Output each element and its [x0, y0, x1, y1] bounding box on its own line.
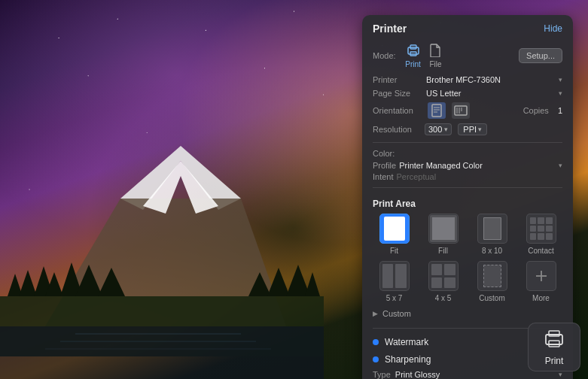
- area-custom[interactable]: Custom: [471, 261, 513, 302]
- custom-thumb: [477, 261, 507, 291]
- resolution-select[interactable]: 300 ▾: [425, 123, 452, 135]
- watermark-label: Watermark: [385, 337, 548, 347]
- print-icon: [405, 42, 422, 59]
- svg-marker-6: [34, 266, 53, 296]
- contact-thumb-inner: [530, 217, 553, 240]
- area-more[interactable]: More: [519, 261, 562, 302]
- page-size-chevron-icon[interactable]: ▾: [559, 89, 562, 97]
- 4x5-thumb: [428, 261, 459, 291]
- custom-expand-row[interactable]: ▶ Custom: [362, 307, 573, 320]
- print-area-grid: Fit Fill 8 x 10: [362, 214, 573, 307]
- page-size-value: US Letter: [426, 89, 554, 98]
- svg-marker-0: [120, 146, 241, 210]
- contact-label: Contact: [528, 247, 553, 255]
- svg-marker-8: [60, 262, 83, 296]
- mode-row: Mode: Print File Setup...: [362, 39, 573, 73]
- profile-label: Profile: [373, 161, 396, 170]
- area-4x5[interactable]: 4 x 5: [422, 261, 465, 302]
- profile-row: Profile Printer Managed Color ▾: [373, 161, 562, 170]
- landscape-button[interactable]: [452, 102, 470, 119]
- resolution-row: Resolution 300 ▾ PPI ▾: [362, 121, 573, 138]
- intent-label: Intent: [373, 172, 394, 181]
- mode-file-label: File: [430, 60, 442, 68]
- hide-button[interactable]: Hide: [544, 23, 562, 34]
- copies-label: Copies: [523, 106, 549, 115]
- ppi-label: PPI: [463, 125, 477, 134]
- custom-label: Custom: [479, 294, 504, 302]
- 4x5-label: 4 x 5: [435, 294, 452, 302]
- svg-marker-14: [305, 272, 320, 296]
- mode-label: Mode:: [373, 51, 396, 60]
- panel-title: Printer: [373, 23, 407, 35]
- print-button[interactable]: Print: [528, 323, 580, 371]
- area-fill[interactable]: Fill: [422, 214, 465, 255]
- svg-marker-9: [75, 265, 102, 296]
- svg-marker-5: [19, 270, 37, 296]
- area-5x7[interactable]: 5 x 7: [373, 261, 416, 302]
- type-chevron-icon[interactable]: ▾: [559, 371, 562, 378]
- contact-thumb: [526, 214, 556, 244]
- 8x10-label: 8 x 10: [482, 247, 502, 255]
- print-button-icon: [544, 329, 565, 353]
- svg-marker-2: [143, 161, 218, 214]
- ppi-select[interactable]: PPI ▾: [458, 123, 487, 135]
- print-button-container: Print: [528, 323, 580, 371]
- portrait-button[interactable]: [428, 102, 446, 119]
- fill-thumb-inner: [430, 215, 457, 242]
- area-contact[interactable]: Contact: [519, 214, 562, 255]
- svg-marker-12: [267, 268, 290, 296]
- page-size-row: Page Size US Letter ▾: [362, 86, 573, 100]
- orientation-row: Orientation Copies 1: [362, 100, 573, 121]
- color-section: Color: Profile Printer Managed Color ▾ I…: [362, 147, 573, 183]
- more-thumb: [526, 261, 556, 291]
- resolution-label: Resolution: [373, 125, 422, 134]
- divider-2: [373, 187, 562, 188]
- fit-label: Fit: [390, 247, 398, 255]
- profile-value: Printer Managed Color: [399, 161, 556, 170]
- print-button-label: Print: [545, 356, 564, 366]
- 8x10-thumb: [477, 214, 507, 244]
- landscape-illustration: [0, 138, 324, 379]
- watermark-dot: [373, 339, 379, 345]
- area-8x10[interactable]: 8 x 10: [471, 214, 513, 255]
- svg-rect-34: [549, 341, 559, 347]
- 5x7-thumb-inner: [382, 264, 407, 288]
- panel-header: Printer Hide: [362, 15, 573, 39]
- svg-rect-3: [0, 296, 324, 356]
- fill-label: Fill: [438, 247, 448, 255]
- svg-rect-22: [432, 105, 441, 117]
- custom-expand-label: Custom: [382, 309, 411, 318]
- fit-thumb-inner: [384, 217, 405, 241]
- printer-value: Brother MFC-7360N: [426, 75, 554, 84]
- copies-value: 1: [558, 106, 562, 115]
- setup-button[interactable]: Setup...: [519, 48, 562, 63]
- area-fit[interactable]: Fit: [373, 214, 416, 255]
- sharpening-label: Sharpening: [385, 354, 548, 365]
- intent-value: Perceptual: [397, 172, 437, 181]
- 5x7-thumb: [379, 261, 410, 291]
- 8x10-thumb-inner: [483, 217, 501, 240]
- printer-row: Printer Brother MFC-7360N ▾: [362, 73, 573, 86]
- svg-rect-15: [0, 326, 324, 379]
- svg-marker-1: [45, 199, 286, 326]
- svg-rect-26: [455, 106, 467, 115]
- svg-rect-33: [549, 331, 559, 336]
- mode-print[interactable]: Print: [405, 42, 422, 68]
- 4x5-thumb-inner: [431, 264, 455, 288]
- printer-chevron-icon[interactable]: ▾: [559, 76, 562, 83]
- intent-row: Intent Perceptual: [373, 172, 562, 181]
- file-icon: [428, 42, 444, 59]
- page-size-label: Page Size: [373, 89, 422, 98]
- profile-chevron-icon[interactable]: ▾: [559, 162, 562, 169]
- svg-marker-11: [248, 272, 271, 296]
- mode-print-label: Print: [405, 60, 421, 68]
- ppi-chevron-icon: ▾: [478, 126, 482, 133]
- fill-thumb: [428, 214, 459, 244]
- resolution-chevron-icon: ▾: [444, 126, 448, 133]
- type-label: Type: [373, 370, 391, 379]
- svg-marker-4: [8, 274, 23, 296]
- svg-marker-13: [286, 265, 310, 296]
- orientation-label: Orientation: [373, 106, 422, 115]
- custom-thumb-inner: [483, 265, 501, 287]
- mode-file[interactable]: File: [428, 42, 444, 68]
